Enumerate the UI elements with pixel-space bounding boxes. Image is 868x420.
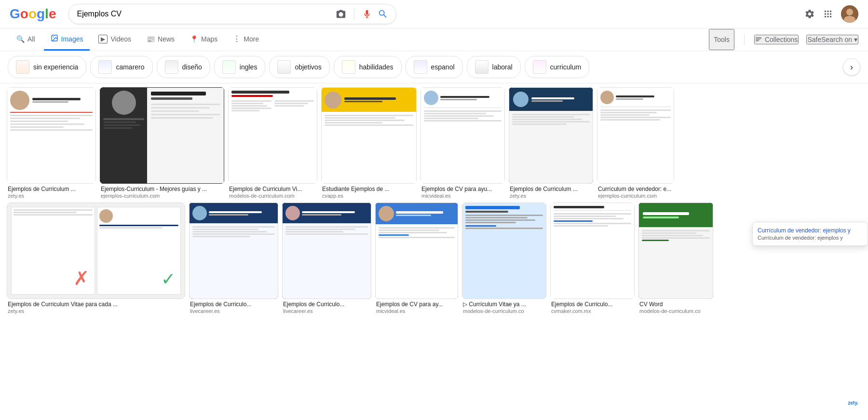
col-2: Ejemplos-Curriculum - Mejores guías y ..…: [100, 87, 224, 199]
safesearch-button[interactable]: SafeSearch on ▾: [806, 35, 858, 44]
col-4: Estudiante Ejemplos de ... cvapp.es: [321, 87, 417, 199]
result-r2c2[interactable]: Ejemplos de Curriculo... livecareer.es: [189, 203, 278, 314]
filter-chip-diseno[interactable]: diseño: [157, 56, 210, 78]
filter-thumb-diseno: [165, 60, 178, 74]
avatar-image: [841, 5, 858, 23]
result-source-r2c4: micvideal.es: [376, 308, 457, 314]
result-info-r1c5: Ejemplos de CV para ayu... micvideal.es: [420, 184, 505, 199]
apps-button[interactable]: [823, 9, 833, 19]
filter-chip-laboral[interactable]: laboral: [467, 56, 521, 78]
tooltip-description: Currículum de vendedor: ejemplos y: [758, 235, 863, 241]
result-r2c6[interactable]: Ejemplos de Curriculo... cvmaker.com.mx: [550, 203, 635, 314]
logo-e: e: [49, 6, 56, 22]
logo-o2: o: [28, 6, 37, 22]
result-r2c1[interactable]: ✗ ✓ zety. Ejemplos de Curriculum Vitae p…: [7, 203, 185, 314]
apps-grid-icon: [823, 9, 833, 19]
result-source-r1c3: modelos-de-curriculum.com: [229, 193, 316, 199]
tools-label: Tools: [714, 36, 730, 43]
result-info-r1c2: Ejemplos-Curriculum - Mejores guías y ..…: [100, 184, 224, 199]
search-icon: [378, 9, 388, 19]
result-title-r2c7: CV Word: [639, 301, 712, 308]
filter-chip-camarero[interactable]: camarero: [90, 56, 152, 78]
tab-images-label: Images: [61, 35, 83, 43]
news-icon: 📰: [147, 35, 155, 43]
result-source-r2c3: livecareer.es: [283, 308, 370, 314]
col-r2c4: Ejemplos de CV para ay... micvideal.es: [375, 203, 458, 314]
filter-chip-label: sin experiencia: [33, 63, 78, 71]
result-title-r2c5: ▷ Currículum Vitae ya ...: [463, 301, 545, 308]
result-title-r2c2: Ejemplos de Curriculo...: [190, 301, 277, 308]
filter-next-button[interactable]: ›: [843, 58, 860, 76]
result-r2c5[interactable]: ▷ Currículum Vitae ya ... modelos-de-cur…: [462, 203, 546, 314]
search-submit-button[interactable]: [378, 9, 388, 19]
result-info-r1c1: Ejemplos de Curriculum ... zety.es: [7, 184, 96, 199]
filter-chip-label: curriculum: [550, 63, 582, 71]
safesearch-chevron: ▾: [854, 36, 857, 43]
tab-maps[interactable]: 📍 Maps: [183, 29, 224, 50]
filter-chip-ingles[interactable]: ingles: [214, 56, 266, 78]
logo-l: l: [45, 6, 49, 22]
result-r1c5[interactable]: Ejemplos de CV para ayu... micvideal.es: [420, 87, 505, 199]
logo-o1: o: [20, 6, 28, 22]
result-source-r1c1: zety.es: [8, 193, 95, 199]
result-info-r1c3: Ejemplos de Curriculum Vi... modelos-de-…: [228, 184, 317, 199]
tab-videos-label: Videos: [110, 35, 131, 43]
result-r1c7[interactable]: Currículum de vendedor: e... ejemplos-cu…: [597, 87, 674, 199]
result-info-r1c7: Currículum de vendedor: e... ejemplos-cu…: [597, 184, 674, 199]
gear-icon: [804, 9, 815, 19]
result-r2c7[interactable]: CV Word modelos-de-curriculum.co: [638, 203, 713, 314]
tab-maps-label: Maps: [201, 35, 217, 43]
videos-icon: ▶: [98, 35, 108, 43]
tab-news[interactable]: 📰 News: [140, 29, 181, 50]
logo-g2: g: [37, 6, 45, 22]
filter-chip-habilidades[interactable]: habilidades: [334, 56, 402, 78]
result-r2c3[interactable]: Ejemplos de Curriculo... livecareer.es: [282, 203, 371, 314]
result-r2c4[interactable]: Ejemplos de CV para ay... micvideal.es: [375, 203, 458, 314]
col-r2c3: Ejemplos de Curriculo... livecareer.es: [282, 203, 371, 314]
result-source-r1c7: ejemplos-curriculum.com: [598, 193, 673, 199]
mic-icon: [362, 9, 372, 19]
result-r1c6[interactable]: Ejemplos de Curriculum ... zety.es: [509, 87, 593, 199]
result-source-r2c5: modelos-de-curriculum.co: [463, 308, 545, 314]
svg-point-1: [846, 9, 853, 15]
tab-all[interactable]: 🔍 All: [10, 29, 42, 50]
filter-chip-espanol[interactable]: espanol: [406, 56, 463, 78]
result-r1c1[interactable]: Ejemplos de Curriculum ... zety.es: [7, 87, 96, 199]
filter-thumb-objetivos: [277, 60, 291, 74]
avatar[interactable]: [841, 5, 858, 23]
header-right: [804, 5, 858, 23]
result-title-r2c3: Ejemplos de Curriculo...: [283, 301, 370, 308]
result-source-r2c1: zety.es: [8, 308, 184, 314]
google-logo[interactable]: Google: [10, 6, 56, 22]
filter-chip-objetivos[interactable]: objetivos: [269, 56, 329, 78]
search-input[interactable]: [77, 10, 331, 18]
voice-search-button[interactable]: [362, 9, 372, 19]
col-6: Ejemplos de Curriculum ... zety.es: [509, 87, 593, 199]
all-icon: 🔍: [16, 35, 25, 43]
tooltip-overlay: Currículum de vendedor: ejemplos y Currí…: [752, 222, 868, 246]
camera-icon: [336, 9, 346, 19]
filter-chip-sin-experiencia[interactable]: sin experiencia: [8, 56, 86, 78]
tab-videos[interactable]: ▶ Videos: [92, 29, 138, 51]
result-title-r1c6: Ejemplos de Curriculum ...: [510, 186, 592, 192]
result-r1c3[interactable]: Ejemplos de Curriculum Vi... modelos-de-…: [228, 87, 317, 199]
result-r1c2[interactable]: Ejemplos-Curriculum - Mejores guías y ..…: [100, 87, 224, 199]
result-r1c4[interactable]: Estudiante Ejemplos de ... cvapp.es: [321, 87, 417, 199]
camera-search-button[interactable]: [336, 9, 346, 19]
filter-chips-bar: sin experiencia camarero diseño ingles o…: [0, 51, 868, 83]
tab-news-label: News: [158, 35, 175, 43]
col-r2c5: ▷ Currículum Vitae ya ... modelos-de-cur…: [462, 203, 546, 314]
filter-chip-label: objetivos: [295, 63, 321, 71]
result-title-r2c1: Ejemplos de Curriculum Vitae para cada .…: [8, 301, 184, 308]
result-title-r1c1: Ejemplos de Curriculum ...: [8, 186, 95, 192]
filter-chip-curriculum[interactable]: curriculum: [525, 56, 590, 78]
result-info-r1c6: Ejemplos de Curriculum ... zety.es: [509, 184, 593, 199]
tab-more[interactable]: ⋮ More: [226, 28, 266, 51]
tools-button[interactable]: Tools: [709, 29, 734, 50]
tab-images[interactable]: Images: [44, 28, 90, 51]
filter-chip-label: habilidades: [359, 63, 393, 71]
settings-button[interactable]: [804, 9, 815, 19]
more-icon: ⋮: [233, 34, 241, 43]
collections-button[interactable]: Collections: [754, 35, 799, 44]
col-r2c6: Ejemplos de Curriculo... cvmaker.com.mx: [550, 203, 635, 314]
